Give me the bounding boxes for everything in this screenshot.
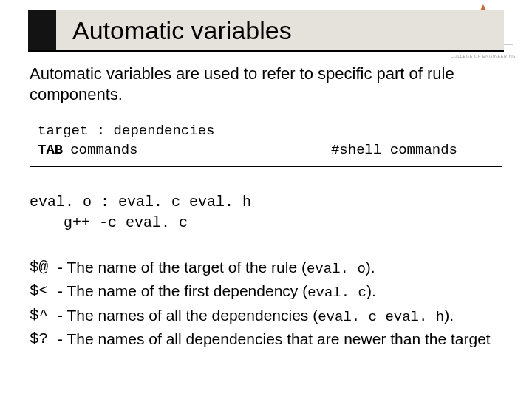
variable-row: $< - The name of the first dependency (e… <box>30 279 502 304</box>
variable-desc: - The names of all dependencies that are… <box>58 327 502 352</box>
variable-symbol: $@ <box>30 256 58 280</box>
syntax-box: target : dependencies TAB commands #shel… <box>30 117 502 166</box>
variable-list: $@ - The name of the target of the rule … <box>30 256 502 352</box>
variable-symbol: $? <box>30 327 58 352</box>
syntax-tab: TAB <box>38 141 63 160</box>
syntax-line-1: target : dependencies <box>38 122 494 141</box>
example-line-2: g++ -c eval. c <box>30 213 502 233</box>
variable-symbol: $^ <box>30 304 58 328</box>
variable-desc: - The name of the target of the rule (ev… <box>58 256 502 280</box>
variable-desc: - The name of the first dependency (eval… <box>58 279 502 304</box>
variable-row: $^ - The names of all the dependencies (… <box>30 304 502 328</box>
logo-subline-3: COLLEGE OF ENGINEERING <box>449 54 517 58</box>
syntax-comment: #shell commands <box>331 141 494 160</box>
page-title: Automatic variables <box>72 16 292 45</box>
variable-symbol: $< <box>30 279 58 304</box>
intro-text: Automatic variables are used to refer to… <box>30 64 502 105</box>
slide-body: Automatic variables are used to refer to… <box>0 52 532 352</box>
variable-row: $@ - The name of the target of the rule … <box>30 256 502 280</box>
example-line-1: eval. o : eval. c eval. h <box>30 192 502 213</box>
variable-row: $? - The names of all dependencies that … <box>30 327 502 352</box>
syntax-commands: commands <box>70 141 137 160</box>
example-block: eval. o : eval. c eval. h g++ -c eval. c <box>30 192 502 233</box>
variable-desc: - The names of all the dependencies (eva… <box>58 304 502 328</box>
title-bar: Automatic variables <box>28 10 504 52</box>
